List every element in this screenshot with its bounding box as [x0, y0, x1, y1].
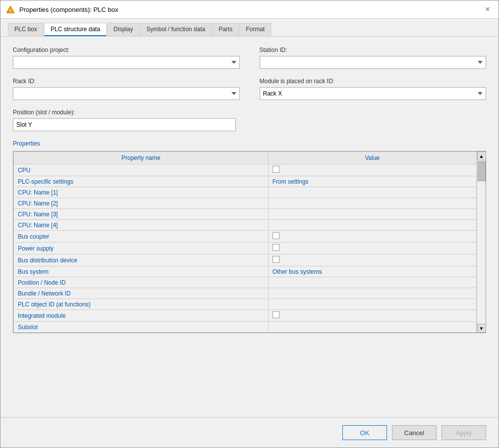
properties-table: Property name Value CPUPLC-specific sett…: [13, 151, 477, 333]
table-row: PLC object ID (at functions): [14, 299, 477, 310]
position-input[interactable]: [13, 118, 236, 131]
warning-icon: !: [5, 4, 15, 14]
table-row: Position / Node ID: [14, 277, 477, 288]
table-row: Bus distribution device: [14, 254, 477, 266]
property-value-cell[interactable]: [268, 322, 476, 333]
config-project-group: Configuration project:: [13, 47, 240, 69]
svg-text:!: !: [9, 7, 11, 13]
rack-id-select[interactable]: [13, 87, 240, 100]
property-value-text: From settings: [273, 178, 309, 185]
property-name-cell: Position / Node ID: [14, 277, 269, 288]
table-row: Integrated module: [14, 310, 477, 322]
property-name-cell: CPU: Name [3]: [14, 209, 269, 220]
dialog-title: Properties (components): PLC box: [19, 6, 118, 13]
property-value-cell[interactable]: [268, 277, 476, 288]
property-name-cell: Bundle / Network ID: [14, 288, 269, 299]
apply-button[interactable]: Apply: [442, 425, 486, 440]
rack-id-label: Rack ID:: [13, 78, 240, 85]
tab-plc-structure-data[interactable]: PLC structure data: [44, 23, 107, 36]
position-group: Position (slot / module):: [13, 109, 236, 131]
tab-plc-box[interactable]: PLC box: [8, 23, 44, 36]
property-value-cell[interactable]: [268, 243, 476, 254]
property-name-cell: CPU: Name [2]: [14, 198, 269, 209]
property-name-cell: CPU: Name [4]: [14, 220, 269, 231]
property-value-cell[interactable]: From settings: [268, 176, 476, 187]
property-value-cell[interactable]: [268, 220, 476, 231]
property-value-cell[interactable]: [268, 288, 476, 299]
module-rack-label: Module is placed on rack ID:: [260, 78, 487, 85]
tabs-bar: PLC box PLC structure data Display Symbo…: [0, 19, 499, 37]
table-row: CPU: Name [4]: [14, 220, 477, 231]
property-value-cell[interactable]: [268, 299, 476, 310]
properties-title: Properties: [13, 140, 486, 147]
tab-parts[interactable]: Parts: [212, 23, 239, 36]
property-checkbox[interactable]: [273, 311, 279, 318]
properties-section: Properties Property name Value CPUPLC-sp…: [13, 140, 486, 333]
table-inner: Property name Value CPUPLC-specific sett…: [13, 151, 477, 333]
property-name-cell: PLC object ID (at functions): [14, 299, 269, 310]
scroll-down-arrow[interactable]: ▼: [477, 324, 486, 333]
content-area: Configuration project: Station ID: Rack …: [0, 37, 499, 417]
table-wrapper: Property name Value CPUPLC-specific sett…: [13, 151, 486, 333]
property-checkbox[interactable]: [273, 256, 279, 263]
station-id-label: Station ID:: [260, 47, 487, 53]
tab-format[interactable]: Format: [239, 23, 271, 36]
table-row: CPU: Name [3]: [14, 209, 477, 220]
module-rack-group: Module is placed on rack ID: Rack X Rack…: [260, 78, 487, 100]
row-rack: Rack ID: Module is placed on rack ID: Ra…: [13, 78, 486, 100]
row-position: Position (slot / module):: [13, 109, 486, 131]
table-row: Bus systemOther bus systems: [14, 266, 477, 277]
property-name-cell: CPU: Name [1]: [14, 187, 269, 198]
property-value-cell[interactable]: [268, 231, 476, 243]
property-name-cell: Subslot: [14, 322, 269, 333]
station-id-select[interactable]: [260, 56, 487, 69]
config-project-select[interactable]: [13, 56, 240, 69]
rack-id-group: Rack ID:: [13, 78, 240, 100]
title-bar: ! Properties (components): PLC box ×: [0, 0, 499, 19]
station-id-group: Station ID:: [260, 47, 487, 69]
col-header-property: Property name: [14, 152, 269, 164]
cancel-button[interactable]: Cancel: [392, 425, 437, 440]
property-checkbox[interactable]: [273, 244, 279, 251]
ok-button[interactable]: OK: [342, 425, 387, 440]
config-project-label: Configuration project:: [13, 47, 240, 53]
property-value-cell[interactable]: [268, 198, 476, 209]
close-button[interactable]: ×: [482, 3, 494, 15]
property-name-cell: Power supply: [14, 243, 269, 254]
property-name-cell: CPU: [14, 164, 269, 176]
table-row: PLC-specific settingsFrom settings: [14, 176, 477, 187]
property-name-cell: Bus system: [14, 266, 269, 277]
property-value-cell[interactable]: [268, 164, 476, 176]
row-config-station: Configuration project: Station ID:: [13, 47, 486, 69]
property-value-cell[interactable]: [268, 209, 476, 220]
table-row: Power supply: [14, 243, 477, 254]
dialog-window: ! Properties (components): PLC box × PLC…: [0, 0, 499, 448]
table-row: CPU: [14, 164, 477, 176]
table-row: CPU: Name [1]: [14, 187, 477, 198]
property-name-cell: Integrated module: [14, 310, 269, 322]
property-checkbox[interactable]: [273, 166, 279, 173]
module-rack-select[interactable]: Rack X Rack Y Rack Z: [260, 87, 487, 100]
col-header-value: Value: [268, 152, 476, 164]
tab-display[interactable]: Display: [107, 23, 139, 36]
tab-symbol-function-data[interactable]: Symbol / function data: [140, 23, 212, 36]
property-checkbox[interactable]: [273, 232, 279, 239]
table-row: Subslot: [14, 322, 477, 333]
title-bar-left: ! Properties (components): PLC box: [5, 4, 118, 14]
scrollbar-track[interactable]: ▲ ▼: [477, 151, 486, 333]
property-value-cell[interactable]: [268, 310, 476, 322]
property-name-cell: Bus distribution device: [14, 254, 269, 266]
position-label: Position (slot / module):: [13, 109, 236, 116]
footer: OK Cancel Apply: [0, 417, 499, 448]
table-row: Bus coupler: [14, 231, 477, 243]
property-value-cell[interactable]: [268, 254, 476, 266]
scroll-thumb[interactable]: [478, 161, 486, 181]
scroll-up-arrow[interactable]: ▲: [477, 151, 486, 160]
property-name-cell: PLC-specific settings: [14, 176, 269, 187]
table-row: Bundle / Network ID: [14, 288, 477, 299]
table-row: CPU: Name [2]: [14, 198, 477, 209]
property-name-cell: Bus coupler: [14, 231, 269, 243]
property-value-text: Other bus systems: [273, 268, 322, 275]
property-value-cell[interactable]: Other bus systems: [268, 266, 476, 277]
property-value-cell[interactable]: [268, 187, 476, 198]
